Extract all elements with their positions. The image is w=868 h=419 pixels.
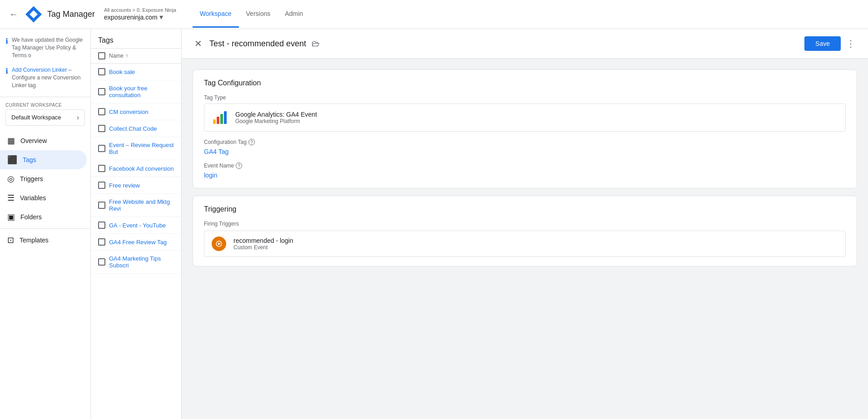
detail-header-left: ✕ Test - recommended event 🗁 — [193, 36, 320, 51]
config-tag-value[interactable]: GA4 Tag — [204, 148, 846, 155]
bar4 — [224, 111, 227, 124]
tag-checkbox[interactable] — [98, 202, 105, 209]
tag-row[interactable]: GA4 Marketing Tips Subscri — [91, 251, 181, 274]
folder-icon[interactable]: 🗁 — [312, 39, 320, 49]
tag-name[interactable]: Free Website and Mktg Revi — [109, 198, 174, 212]
select-all-checkbox[interactable] — [98, 52, 105, 59]
tag-checkbox[interactable] — [98, 88, 105, 95]
tag-checkbox[interactable] — [98, 108, 105, 115]
notif-link[interactable]: Add Conversion Linker — [12, 67, 67, 73]
event-name-value[interactable]: login — [204, 172, 846, 179]
tag-name[interactable]: GA - Event - YouTube — [109, 222, 166, 229]
detail-title: Test - recommended event — [209, 39, 306, 49]
bar1 — [213, 119, 216, 124]
tag-checkbox[interactable] — [98, 145, 105, 152]
tag-name[interactable]: GA4 Free Review Tag — [109, 239, 167, 246]
tags-list: Book sale Book your free consultation CM… — [91, 64, 181, 419]
tag-name[interactable]: Collect.Chat Code — [109, 125, 157, 132]
account-info: All accounts > 0. Exposure Ninja exposur… — [104, 7, 176, 21]
tag-name[interactable]: GA4 Marketing Tips Subscri — [109, 255, 174, 269]
tag-row[interactable]: Free review — [91, 177, 181, 194]
tag-row[interactable]: Free Website and Mktg Revi — [91, 194, 181, 217]
trigger-sub: Custom Event — [233, 244, 293, 251]
tab-versions[interactable]: Versions — [239, 1, 278, 28]
account-domain[interactable]: exposureninja.com ▾ — [104, 13, 176, 21]
workspace-section: CURRENT WORKSPACE Default Workspace › — [0, 97, 90, 128]
sidebar-item-variables-label: Variables — [20, 194, 46, 202]
detail-header-right: Save ⋮ — [804, 36, 857, 51]
tag-row[interactable]: Event – Review Request But — [91, 137, 181, 160]
tag-name[interactable]: Facebook Ad conversion — [109, 165, 174, 172]
sidebar-item-tags-label: Tags — [23, 156, 36, 163]
tags-panel: Tags Name ↑ Book sale Book your free con… — [91, 29, 182, 419]
trigger-name: recommended - login — [233, 237, 293, 244]
sidebar-item-folders[interactable]: ▣ Folders — [0, 207, 87, 227]
main-layout: ℹ We have updated the Google Tag Manager… — [0, 29, 868, 419]
triggers-icon: ◎ — [7, 174, 15, 184]
tag-row[interactable]: GA4 Free Review Tag — [91, 234, 181, 251]
sidebar-item-templates[interactable]: ⊡ Templates — [0, 231, 87, 250]
bar3 — [220, 114, 223, 124]
sidebar-item-overview[interactable]: ▦ Overview — [0, 131, 87, 150]
name-column-header[interactable]: Name ↑ — [109, 53, 128, 59]
tag-checkbox[interactable] — [98, 68, 105, 75]
more-options-button[interactable]: ⋮ — [844, 36, 857, 51]
tag-type-name: Google Analytics: GA4 Event — [235, 111, 317, 118]
sidebar-divider — [0, 228, 90, 229]
triggering-title: Triggering — [193, 196, 857, 221]
sidebar: ℹ We have updated the Google Tag Manager… — [0, 29, 91, 419]
templates-icon: ⊡ — [7, 235, 14, 245]
tag-row[interactable]: CM conversion — [91, 104, 181, 120]
trigger-box[interactable]: recommended - login Custom Event — [204, 231, 846, 257]
tag-checkbox[interactable] — [98, 182, 105, 189]
sidebar-item-tags[interactable]: ⬛ Tags — [0, 150, 87, 169]
sidebar-item-triggers[interactable]: ◎ Triggers — [0, 169, 87, 188]
tab-workspace[interactable]: Workspace — [193, 1, 239, 28]
tab-admin[interactable]: Admin — [278, 1, 310, 28]
tag-name[interactable]: Book your free consultation — [109, 85, 174, 99]
workspace-selector[interactable]: Default Workspace › — [5, 109, 85, 126]
sidebar-item-triggers-label: Triggers — [20, 175, 43, 182]
sidebar-item-templates-label: Templates — [20, 237, 49, 244]
sort-icon: ↑ — [125, 53, 128, 59]
tag-row[interactable]: Collect.Chat Code — [91, 120, 181, 137]
folders-icon: ▣ — [7, 212, 15, 222]
tag-checkbox[interactable] — [98, 222, 105, 229]
tag-name[interactable]: Book sale — [109, 69, 135, 75]
tag-row[interactable]: Book sale — [91, 64, 181, 80]
detail-header: ✕ Test - recommended event 🗁 Save ⋮ — [182, 29, 868, 59]
close-button[interactable]: ✕ — [193, 36, 204, 51]
tag-name[interactable]: CM conversion — [109, 108, 149, 115]
app-title: Tag Manager — [47, 10, 95, 19]
tag-type-sub: Google Marketing Platform — [235, 118, 317, 124]
tag-name[interactable]: Free review — [109, 182, 140, 189]
save-button[interactable]: Save — [804, 36, 841, 51]
info-icon-2: ℹ — [5, 67, 8, 75]
logo-inner — [30, 10, 38, 19]
tag-name[interactable]: Event – Review Request But — [109, 142, 174, 155]
tag-row[interactable]: Facebook Ad conversion — [91, 160, 181, 177]
tag-configuration-card: Tag Configuration Tag Type — [193, 69, 857, 188]
detail-content: Tag Configuration Tag Type — [182, 59, 868, 419]
tag-checkbox[interactable] — [98, 238, 105, 246]
notification-2[interactable]: ℹ Add Conversion Linker – Configure a ne… — [0, 63, 90, 93]
top-bar: ← Tag Manager All accounts > 0. Exposure… — [0, 0, 868, 29]
back-button[interactable]: ← — [7, 7, 20, 21]
event-name-help-icon[interactable]: ? — [236, 163, 242, 169]
domain-dropdown-arrow: ▾ — [159, 13, 163, 21]
notif-text-1: We have updated the Google Tag Manager U… — [12, 36, 85, 59]
sidebar-item-folders-label: Folders — [20, 213, 42, 221]
tag-checkbox[interactable] — [98, 165, 105, 172]
tag-type-box[interactable]: Google Analytics: GA4 Event Google Marke… — [204, 104, 846, 132]
tag-row[interactable]: Book your free consultation — [91, 80, 181, 104]
top-bar-left: ← Tag Manager All accounts > 0. Exposure… — [7, 1, 861, 28]
detail-panel: ✕ Test - recommended event 🗁 Save ⋮ Tag … — [182, 29, 868, 419]
tag-checkbox[interactable] — [98, 125, 105, 132]
tag-configuration-body: Tag Type — [193, 94, 857, 188]
sidebar-item-variables[interactable]: ☰ Variables — [0, 188, 87, 207]
config-tag-help-icon[interactable]: ? — [248, 139, 255, 145]
config-tag-label: Configuration Tag ? — [204, 139, 846, 145]
tag-row[interactable]: GA - Event - YouTube — [91, 217, 181, 234]
tag-checkbox[interactable] — [98, 258, 105, 266]
notification-1[interactable]: ℹ We have updated the Google Tag Manager… — [0, 33, 90, 63]
